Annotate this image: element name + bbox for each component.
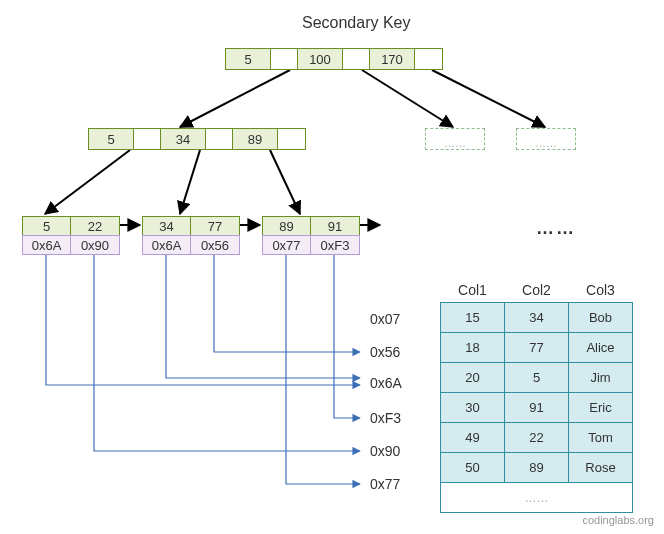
root-key-0: 5 [226, 49, 271, 69]
leaf3-ptr-0: 0x77 [263, 236, 311, 254]
cell: 15 [441, 303, 505, 333]
svg-line-2 [432, 70, 545, 127]
leaf1-ptr-0: 0x6A [23, 236, 71, 254]
address-label-3: 0xF3 [370, 410, 401, 426]
btree-leaf-2: 34 77 0x6A 0x56 [142, 216, 240, 255]
page-title: Secondary Key [302, 14, 411, 32]
cell: 20 [441, 363, 505, 393]
leaf2-ptr-0: 0x6A [143, 236, 191, 254]
leaf2-key-0: 34 [143, 217, 191, 235]
btree-leaf-1: 5 22 0x6A 0x90 [22, 216, 120, 255]
leaf1-key-1: 22 [71, 217, 119, 235]
cell: 34 [505, 303, 569, 333]
table-row: 18 77 Alice [441, 333, 633, 363]
cell: 50 [441, 453, 505, 483]
mid-ptr-2 [278, 129, 305, 149]
address-label-2: 0x6A [370, 375, 402, 391]
svg-line-3 [45, 150, 130, 214]
svg-line-4 [180, 150, 200, 214]
cell: Jim [569, 363, 633, 393]
root-ptr-1 [343, 49, 370, 69]
table-row: 15 34 Bob [441, 303, 633, 333]
cell: 30 [441, 393, 505, 423]
table-row: 49 22 Tom [441, 423, 633, 453]
leaf3-key-0: 89 [263, 217, 311, 235]
address-label-1: 0x56 [370, 344, 400, 360]
root-key-1: 100 [298, 49, 343, 69]
leaf1-ptr-1: 0x90 [71, 236, 119, 254]
mid-ptr-1 [206, 129, 233, 149]
table-row: 30 91 Eric [441, 393, 633, 423]
cell: Tom [569, 423, 633, 453]
cell: 49 [441, 423, 505, 453]
leaf3-key-1: 91 [311, 217, 359, 235]
data-table: Col1 Col2 Col3 15 34 Bob 18 77 Alice 20 … [440, 278, 633, 513]
mid-key-2: 89 [233, 129, 278, 149]
cell: 22 [505, 423, 569, 453]
address-label-5: 0x77 [370, 476, 400, 492]
address-label-0: 0x07 [370, 311, 400, 327]
leaf3-ptr-1: 0xF3 [311, 236, 359, 254]
table-footer-cell: …… [441, 483, 633, 513]
svg-line-5 [270, 150, 300, 214]
cell: Bob [569, 303, 633, 333]
mid-ptr-0 [134, 129, 161, 149]
cell: 5 [505, 363, 569, 393]
mid-key-1: 34 [161, 129, 206, 149]
root-ptr-2 [415, 49, 442, 69]
leaf-continuation-dots: …… [536, 218, 576, 239]
cell: Rose [569, 453, 633, 483]
cell: 89 [505, 453, 569, 483]
btree-root-node: 5 100 170 [225, 48, 443, 70]
cell: Eric [569, 393, 633, 423]
table-row: 50 89 Rose [441, 453, 633, 483]
cell: Alice [569, 333, 633, 363]
svg-line-1 [362, 70, 453, 127]
cell: 77 [505, 333, 569, 363]
table-footer-row: …… [441, 483, 633, 513]
table-header-col2: Col2 [505, 278, 569, 303]
leaf2-key-1: 77 [191, 217, 239, 235]
ghost-node-1: …… [425, 128, 485, 150]
mid-key-0: 5 [89, 129, 134, 149]
root-ptr-0 [271, 49, 298, 69]
table-header-col1: Col1 [441, 278, 505, 303]
table-header-col3: Col3 [569, 278, 633, 303]
ghost-node-2: …… [516, 128, 576, 150]
watermark: codinglabs.org [582, 514, 654, 526]
btree-leaf-3: 89 91 0x77 0xF3 [262, 216, 360, 255]
leaf2-ptr-1: 0x56 [191, 236, 239, 254]
svg-line-0 [180, 70, 290, 127]
cell: 18 [441, 333, 505, 363]
btree-internal-node: 5 34 89 [88, 128, 306, 150]
address-label-4: 0x90 [370, 443, 400, 459]
root-key-2: 170 [370, 49, 415, 69]
cell: 91 [505, 393, 569, 423]
leaf1-key-0: 5 [23, 217, 71, 235]
table-row: 20 5 Jim [441, 363, 633, 393]
